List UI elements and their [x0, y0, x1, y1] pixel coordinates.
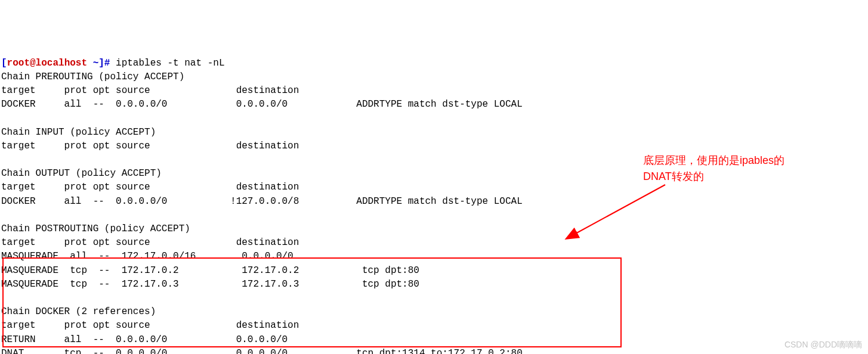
chain-output-header: Chain OUTPUT (policy ACCEPT) [1, 168, 162, 179]
chain-postrouting-columns: target prot opt source destination [1, 237, 299, 248]
annotation-text: 底层原理，使用的是ipables的 DNAT转发的 [643, 153, 784, 185]
prompt-close: ]# [98, 58, 116, 69]
command-text: iptables -t nat -nL [116, 58, 224, 69]
chain-postrouting-row: MASQUERADE all -- 172.17.0.0/16 0.0.0.0/… [1, 251, 294, 262]
chain-input-columns: target prot opt source destination [1, 141, 299, 151]
chain-postrouting-row: MASQUERADE tcp -- 172.17.0.2 172.17.0.2 … [1, 265, 419, 276]
annotation-line1: 底层原理，使用的是ipables的 [643, 154, 784, 166]
chain-input-header: Chain INPUT (policy ACCEPT) [1, 127, 156, 138]
chain-docker-header: Chain DOCKER (2 references) [1, 306, 156, 317]
chain-postrouting-row: MASQUERADE tcp -- 172.17.0.3 172.17.0.3 … [1, 279, 419, 290]
chain-prerouting-columns: target prot opt source destination [1, 85, 299, 96]
annotation-line2: DNAT转发的 [643, 170, 704, 182]
chain-prerouting-header: Chain PREROUTING (policy ACCEPT) [1, 72, 184, 82]
prompt-userhost: root@localhost [7, 58, 87, 69]
terminal-output: [root@localhost ~]# iptables -t nat -nL … [1, 57, 867, 354]
chain-postrouting-header: Chain POSTROUTING (policy ACCEPT) [1, 223, 190, 234]
chain-output-columns: target prot opt source destination [1, 182, 299, 192]
chain-docker-columns: target prot opt source destination [1, 320, 299, 331]
prompt-path: ~ [87, 58, 98, 69]
chain-output-row: DOCKER all -- 0.0.0.0/0 !127.0.0.0/8 ADD… [1, 196, 523, 207]
watermark-text: CSDN @DDD嘀嘀嘀 [784, 339, 862, 350]
chain-docker-row: RETURN all -- 0.0.0.0/0 0.0.0.0/0 [1, 334, 288, 345]
chain-prerouting-row: DOCKER all -- 0.0.0.0/0 0.0.0.0/0 ADDRTY… [1, 99, 523, 110]
chain-docker-row: DNAT tcp -- 0.0.0.0/0 0.0.0.0/0 tcp dpt:… [1, 348, 523, 354]
prompt-bracket: [ [1, 58, 7, 69]
